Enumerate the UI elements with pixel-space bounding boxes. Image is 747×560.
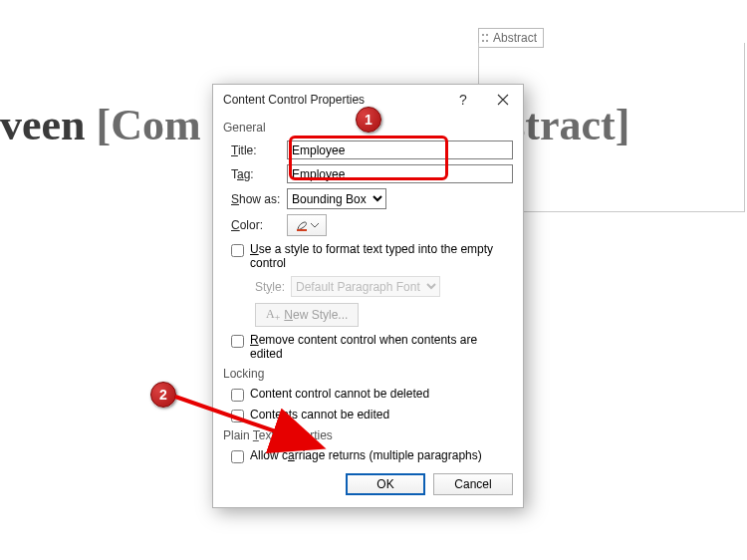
close-icon (497, 94, 509, 106)
title-label: Title: (231, 143, 287, 157)
cannot-delete-label: Content control cannot be deleted (250, 387, 429, 401)
chevron-down-icon (311, 222, 319, 228)
remove-on-edit-checkbox[interactable] (231, 335, 244, 348)
color-swatch-icon (295, 218, 309, 232)
color-picker-button[interactable] (287, 214, 327, 236)
content-control-properties-dialog: Content Control Properties ? General Tit… (212, 84, 524, 508)
document-text-fragment: veen [Com (0, 100, 201, 150)
tag-input[interactable] (287, 164, 513, 183)
tag-label: Tag: (231, 167, 287, 181)
help-button[interactable]: ? (443, 85, 483, 115)
cannot-delete-checkbox[interactable] (231, 389, 244, 402)
callout-1: 1 (356, 107, 381, 133)
remove-on-edit-label: Remove content control when contents are… (250, 333, 513, 361)
style-select: Default Paragraph Font (291, 276, 440, 297)
dialog-title: Content Control Properties (223, 93, 365, 107)
cannot-edit-label: Contents cannot be edited (250, 408, 389, 421)
showas-label: Show as: (231, 192, 287, 206)
style-label: Style: (255, 280, 285, 294)
svg-rect-0 (297, 229, 307, 231)
help-icon: ? (459, 92, 467, 108)
allow-carriage-label: Allow carriage returns (multiple paragra… (250, 448, 482, 462)
close-button[interactable] (483, 85, 523, 115)
cannot-edit-checkbox[interactable] (231, 410, 244, 422)
section-label-plaintext: Plain Text Properties (223, 428, 513, 442)
section-label-locking: Locking (223, 367, 513, 381)
new-style-button: A+ New Style... (255, 303, 359, 327)
showas-select[interactable]: Bounding Box (287, 188, 386, 209)
color-label: Color: (231, 218, 287, 232)
cancel-button[interactable]: Cancel (433, 473, 513, 495)
title-input[interactable] (287, 140, 513, 159)
ok-button[interactable]: OK (346, 473, 425, 495)
style-a-icon: A+ (266, 307, 280, 323)
use-style-label: Use a style to format text typed into th… (250, 242, 513, 270)
allow-carriage-checkbox[interactable] (231, 450, 244, 463)
use-style-checkbox[interactable] (231, 244, 244, 257)
callout-2: 2 (150, 382, 176, 408)
